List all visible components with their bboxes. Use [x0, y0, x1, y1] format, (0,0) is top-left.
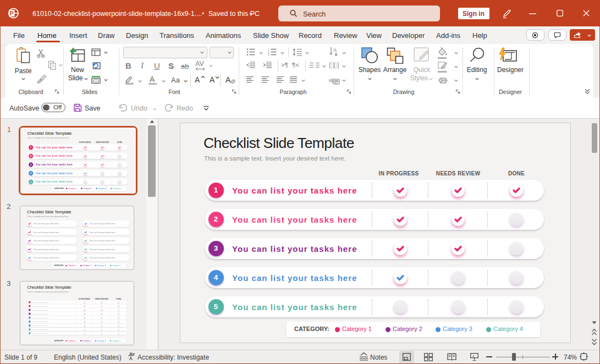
svg-text:P: P: [10, 10, 14, 16]
svg-text:A: A: [333, 47, 337, 53]
svg-text:3: 3: [268, 53, 269, 56]
